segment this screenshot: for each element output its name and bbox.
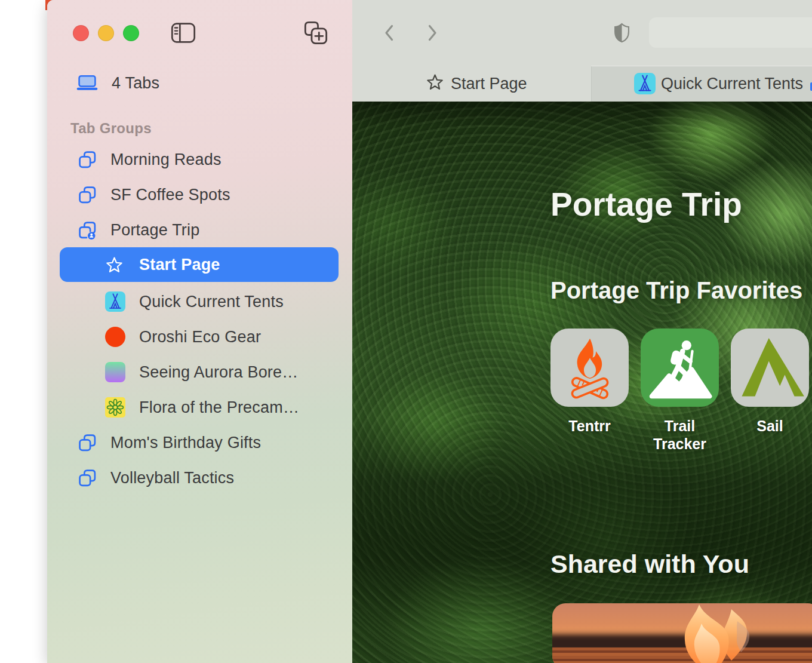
favorite-trail-tracker[interactable]: [641, 329, 719, 407]
page-title: Portage Trip: [550, 185, 742, 223]
safari-window: 4 Tabs Tab Groups Morning Reads SF Coffe…: [47, 0, 812, 663]
star-icon: [105, 256, 124, 274]
favorite-sail[interactable]: [731, 329, 809, 407]
tent-favicon: [105, 291, 125, 312]
start-page-content: Portage Trip Portage Trip Favorites Tent…: [352, 102, 812, 663]
campfire-icon: [556, 334, 623, 401]
tab-quick-current-tents[interactable]: Quick Current Tents: [591, 66, 812, 102]
tab-group-icon: [78, 186, 97, 204]
group-label: Morning Reads: [110, 151, 222, 169]
tab-label: Quick Current Tents: [139, 293, 284, 311]
tab-label: Seeing Aurora Bore…: [139, 363, 298, 382]
tab-start-page[interactable]: Start Page: [352, 66, 591, 102]
group-label: Volleyball Tactics: [110, 469, 234, 487]
toolbar: [352, 0, 812, 66]
toggle-sidebar-button[interactable]: [171, 23, 196, 43]
flower-favicon: [105, 397, 125, 418]
sidebar-item-oroshi-eco-gear[interactable]: Oroshi Eco Gear: [47, 320, 352, 354]
sidebar-item-volleyball-tactics[interactable]: Volleyball Tactics: [47, 461, 352, 495]
group-label: SF Coffee Spots: [110, 186, 230, 204]
laptop-icon: [76, 75, 99, 91]
tab-label: Flora of the Precam…: [139, 398, 299, 417]
sidebar-item-start-page-selected[interactable]: Start Page: [60, 247, 339, 282]
tab-label: Quick Current Tents: [661, 75, 803, 93]
tab-label: Start Page: [451, 75, 527, 93]
gradient-favicon: [105, 362, 125, 382]
tab-group-icon: [78, 469, 97, 487]
tab-label: Start Page: [139, 256, 220, 274]
red-circle-favicon: [105, 327, 125, 347]
sidebar-item-all-tabs[interactable]: 4 Tabs: [47, 66, 352, 100]
shared-tab-group-icon: [78, 221, 97, 240]
shared-link-card[interactable]: [552, 603, 812, 663]
sidebar-item-flora-precambrian[interactable]: Flora of the Precam…: [47, 390, 352, 425]
sidebar-item-portage-trip[interactable]: Portage Trip: [47, 213, 352, 247]
tab-groups-section-title: Tab Groups: [70, 120, 152, 137]
zoom-window-button[interactable]: [123, 25, 139, 41]
forward-button[interactable]: [423, 24, 441, 42]
chevron-left-icon: [383, 24, 395, 42]
tent-favicon: [634, 73, 656, 94]
sidebar-toggle-icon: [171, 23, 196, 43]
tab-bar: Start Page Quick Current Tents: [352, 66, 812, 102]
tent-mountain-icon: [736, 333, 805, 403]
favorites-heading: Portage Trip Favorites: [550, 277, 812, 304]
close-window-button[interactable]: [73, 25, 89, 41]
favorite-label-sail: Sail: [731, 417, 809, 435]
hiker-icon: [648, 336, 712, 400]
tab-group-icon: [78, 434, 97, 452]
shared-with-you-heading: Shared with You: [550, 550, 749, 579]
favorite-label-tentrr: Tentrr: [550, 417, 629, 435]
chevron-right-icon: [427, 24, 438, 42]
sidebar-item-sf-coffee-spots[interactable]: SF Coffee Spots: [47, 177, 352, 212]
group-label: Portage Trip: [110, 221, 199, 240]
add-tab-group-icon: [304, 21, 328, 45]
star-icon: [426, 73, 444, 91]
sidebar-item-seeing-aurora[interactable]: Seeing Aurora Bore…: [47, 355, 352, 389]
campfire-photo-flames: [642, 603, 767, 663]
group-label: Mom's Birthday Gifts: [110, 434, 261, 452]
browser-main: Start Page Quick Current Tents Portage T…: [352, 0, 812, 663]
tab-label: Oroshi Eco Gear: [139, 328, 261, 346]
address-bar[interactable]: [649, 17, 812, 48]
favorite-label-trail-tracker: Trail Tracker: [641, 417, 719, 453]
sidebar: 4 Tabs Tab Groups Morning Reads SF Coffe…: [47, 0, 352, 663]
sidebar-item-morning-reads[interactable]: Morning Reads: [47, 142, 352, 177]
shield-icon: [614, 23, 630, 43]
minimize-window-button[interactable]: [98, 25, 114, 41]
new-tab-group-button[interactable]: [304, 21, 328, 45]
back-button[interactable]: [380, 24, 398, 42]
privacy-report-button[interactable]: [614, 23, 630, 43]
all-tabs-label: 4 Tabs: [112, 74, 159, 93]
favorite-tentrr[interactable]: [550, 329, 629, 407]
tab-group-icon: [78, 151, 97, 169]
sidebar-item-quick-current-tents[interactable]: Quick Current Tents: [47, 284, 352, 319]
sidebar-item-moms-birthday-gifts[interactable]: Mom's Birthday Gifts: [47, 425, 352, 460]
